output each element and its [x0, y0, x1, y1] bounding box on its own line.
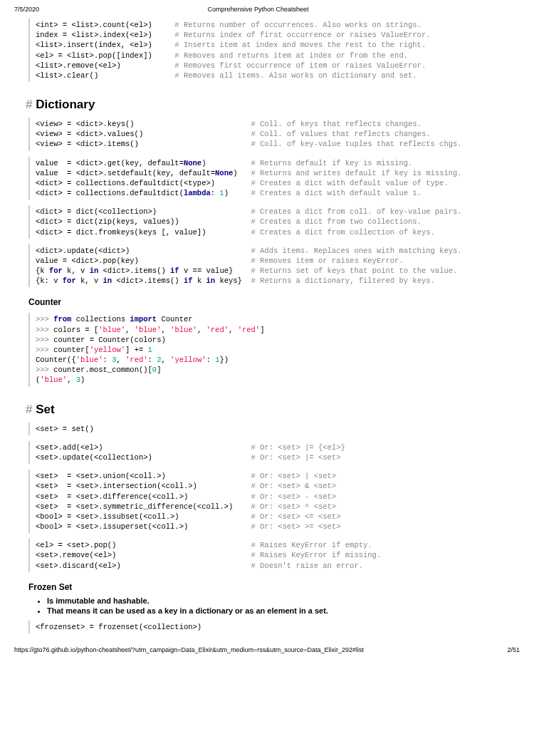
subsection-frozenset: Frozen Set	[28, 582, 520, 592]
code-set-pop: <el> = <set>.pop() # Raises KeyError if …	[28, 539, 520, 572]
code-frozenset-new: <frozenset> = frozenset(<collection>)	[28, 621, 520, 633]
code-counter-example: >>> from collections import Counter >>> …	[28, 313, 520, 386]
bullet-fs2: That means it can be used as a key in a …	[47, 606, 520, 615]
print-footer: https://gto76.github.io/python-cheatshee…	[14, 646, 520, 653]
bullet-fs1: Is immutable and hashable.	[47, 596, 520, 605]
code-set-new: <set> = set()	[28, 423, 520, 435]
section-dictionary: # Dictionary	[26, 98, 520, 112]
code-set-ops: <set> = <set>.union(<coll.>) # Or: <set>…	[28, 470, 520, 533]
frozenset-bullets: Is immutable and hashable. That means it…	[47, 596, 520, 615]
header-date: 7/5/2020	[14, 6, 39, 13]
header-title: Comprehensive Python Cheatsheet	[39, 6, 477, 13]
footer-url: https://gto76.github.io/python-cheatshee…	[14, 646, 364, 653]
code-dict-get: value = <dict>.get(key, default=None) # …	[28, 157, 520, 200]
code-dict-views: <view> = <dict>.keys() # Coll. of keys t…	[28, 118, 520, 151]
code-dict-update: <dict>.update(<dict>) # Adds items. Repl…	[28, 244, 520, 288]
code-set-add: <set>.add(<el>) # Or: <set> |= {<el>} <s…	[28, 441, 520, 464]
code-dict-create: <dict> = dict(<collection>) # Creates a …	[28, 205, 520, 239]
footer-page: 2/51	[507, 646, 520, 653]
section-set: # Set	[26, 403, 520, 417]
subsection-counter: Counter	[28, 297, 520, 307]
code-list-ops: <int> = <list>.count(<el>) # Returns num…	[28, 19, 520, 82]
print-header: 7/5/2020 Comprehensive Python Cheatsheet	[14, 6, 520, 13]
